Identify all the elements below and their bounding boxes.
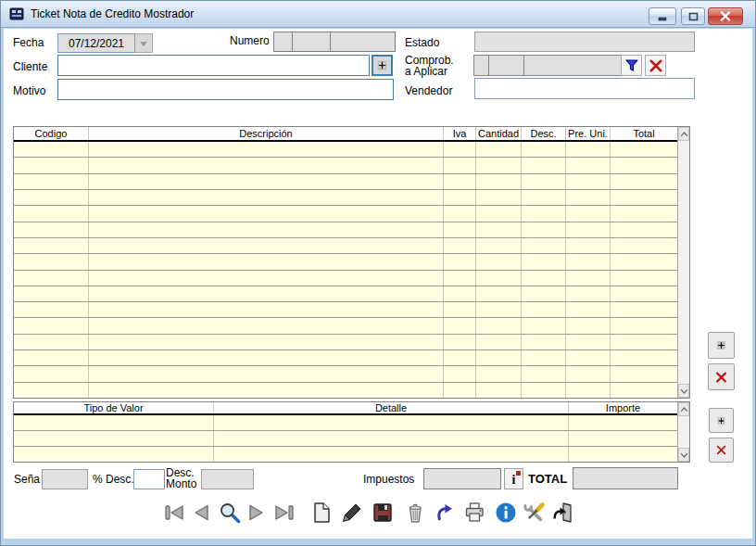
- table-row[interactable]: [14, 254, 677, 270]
- table-row[interactable]: [14, 415, 677, 431]
- cell[interactable]: [611, 158, 677, 172]
- cell[interactable]: [522, 286, 566, 301]
- cell[interactable]: [566, 174, 611, 189]
- cell[interactable]: [476, 158, 522, 172]
- items-add-row-button[interactable]: [708, 332, 735, 359]
- cell[interactable]: [14, 415, 214, 430]
- cell[interactable]: [89, 302, 444, 317]
- cell[interactable]: [14, 271, 89, 286]
- cell[interactable]: [566, 366, 611, 381]
- fecha-dropdown-button[interactable]: [135, 33, 153, 53]
- table-row[interactable]: [14, 366, 677, 382]
- search-button[interactable]: [218, 501, 242, 525]
- cell[interactable]: [89, 142, 444, 157]
- cell[interactable]: [566, 383, 611, 398]
- cell[interactable]: [566, 222, 611, 237]
- table-row[interactable]: [14, 190, 677, 206]
- cell[interactable]: [476, 222, 522, 237]
- table-row[interactable]: [14, 206, 677, 222]
- cell[interactable]: [14, 383, 89, 398]
- last-record-button[interactable]: [272, 501, 296, 525]
- cell[interactable]: [611, 318, 677, 333]
- cell[interactable]: [611, 238, 677, 253]
- cell[interactable]: [14, 254, 89, 269]
- minimize-button[interactable]: [649, 7, 676, 25]
- motivo-input[interactable]: [57, 79, 394, 100]
- cell[interactable]: [476, 366, 522, 381]
- table-row[interactable]: [14, 383, 677, 398]
- table-row[interactable]: [14, 318, 677, 334]
- first-record-button[interactable]: [162, 501, 186, 525]
- pct-desc-input[interactable]: [133, 469, 165, 489]
- cell[interactable]: [14, 190, 89, 205]
- cell[interactable]: [89, 190, 444, 205]
- cell[interactable]: [522, 383, 566, 398]
- cell[interactable]: [566, 158, 611, 172]
- close-button[interactable]: [708, 7, 743, 25]
- cell[interactable]: [476, 383, 522, 398]
- cell[interactable]: [89, 222, 444, 237]
- cell[interactable]: [611, 286, 677, 301]
- cell[interactable]: [611, 222, 677, 237]
- cell[interactable]: [444, 222, 476, 237]
- cell[interactable]: [444, 286, 476, 301]
- cell[interactable]: [444, 383, 476, 398]
- table-row[interactable]: [14, 174, 677, 190]
- table-row[interactable]: [14, 350, 677, 366]
- fecha-combobox[interactable]: 07/12/2021: [57, 33, 153, 53]
- new-record-button[interactable]: [309, 501, 334, 525]
- cell[interactable]: [14, 366, 89, 381]
- cell[interactable]: [444, 206, 476, 221]
- cell[interactable]: [569, 415, 677, 430]
- cell[interactable]: [611, 383, 677, 398]
- cell[interactable]: [14, 302, 89, 317]
- cell[interactable]: [522, 335, 566, 349]
- cell[interactable]: [444, 302, 476, 317]
- cell[interactable]: [476, 286, 522, 301]
- cell[interactable]: [522, 190, 566, 205]
- cell[interactable]: [566, 254, 611, 269]
- delete-record-button[interactable]: [403, 501, 427, 525]
- previous-record-button[interactable]: [189, 501, 213, 525]
- cell[interactable]: [522, 158, 566, 172]
- cell[interactable]: [444, 190, 476, 205]
- cell[interactable]: [89, 335, 444, 349]
- cliente-input[interactable]: [57, 55, 370, 76]
- cell[interactable]: [566, 286, 611, 301]
- cell[interactable]: [89, 238, 444, 253]
- table-row[interactable]: [14, 271, 677, 286]
- cell[interactable]: [476, 254, 522, 269]
- cell[interactable]: [89, 366, 444, 381]
- cell[interactable]: [611, 254, 677, 269]
- cell[interactable]: [444, 318, 476, 333]
- cell[interactable]: [14, 206, 89, 221]
- cell[interactable]: [566, 190, 611, 205]
- table-row[interactable]: [14, 447, 677, 462]
- exit-button[interactable]: [550, 501, 574, 525]
- cell[interactable]: [89, 318, 444, 333]
- cell[interactable]: [89, 206, 444, 221]
- cell[interactable]: [566, 238, 611, 253]
- table-row[interactable]: [14, 286, 677, 302]
- table-row[interactable]: [14, 302, 677, 318]
- cell[interactable]: [444, 254, 476, 269]
- cell[interactable]: [89, 174, 444, 189]
- cell[interactable]: [14, 158, 89, 172]
- values-table-scrollbar[interactable]: [677, 402, 689, 462]
- cell[interactable]: [444, 142, 476, 157]
- save-record-button[interactable]: [371, 501, 395, 525]
- table-row[interactable]: [14, 238, 677, 254]
- tools-button[interactable]: [523, 501, 547, 525]
- comprob-clear-button[interactable]: [645, 55, 666, 76]
- cell[interactable]: [522, 142, 566, 157]
- cell[interactable]: [444, 335, 476, 349]
- cell[interactable]: [476, 174, 522, 189]
- cell[interactable]: [476, 271, 522, 286]
- cell[interactable]: [89, 254, 444, 269]
- cell[interactable]: [611, 174, 677, 189]
- cell[interactable]: [569, 447, 677, 462]
- cell[interactable]: [476, 206, 522, 221]
- scroll-down-button[interactable]: [678, 448, 689, 462]
- values-add-row-button[interactable]: [709, 408, 734, 433]
- cell[interactable]: [611, 142, 677, 157]
